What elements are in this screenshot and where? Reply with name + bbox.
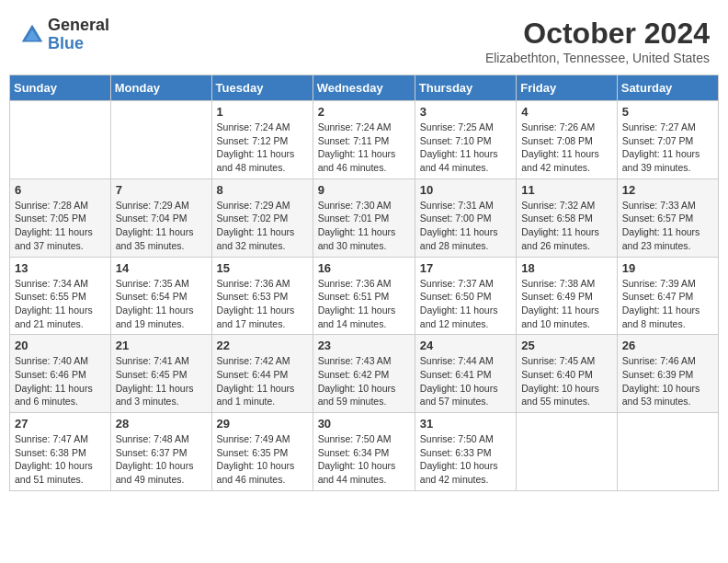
day-detail: Sunrise: 7:30 AM Sunset: 7:01 PM Dayligh… [318,199,410,253]
calendar-week-row: 1Sunrise: 7:24 AM Sunset: 7:12 PM Daylig… [10,101,719,179]
day-detail: Sunrise: 7:49 AM Sunset: 6:35 PM Dayligh… [217,432,308,487]
calendar-cell: 23Sunrise: 7:43 AM Sunset: 6:42 PM Dayli… [313,335,415,413]
logo: General Blue [18,17,109,53]
day-number: 19 [622,261,713,275]
day-detail: Sunrise: 7:25 AM Sunset: 7:10 PM Dayligh… [420,121,511,175]
day-number: 29 [217,417,308,431]
calendar-cell: 13Sunrise: 7:34 AM Sunset: 6:55 PM Dayli… [10,257,111,335]
day-detail: Sunrise: 7:26 AM Sunset: 7:08 PM Dayligh… [521,121,612,175]
calendar-cell: 17Sunrise: 7:37 AM Sunset: 6:50 PM Dayli… [415,257,516,335]
day-number: 1 [217,105,308,119]
day-number: 26 [622,339,713,352]
calendar-cell: 2Sunrise: 7:24 AM Sunset: 7:11 PM Daylig… [313,101,415,179]
calendar-week-row: 27Sunrise: 7:47 AM Sunset: 6:38 PM Dayli… [10,413,719,491]
day-number: 16 [318,261,410,275]
day-detail: Sunrise: 7:36 AM Sunset: 6:53 PM Dayligh… [217,277,308,331]
logo-icon [18,21,46,49]
day-number: 17 [420,261,511,275]
day-number: 13 [15,261,106,275]
day-number: 18 [521,261,612,275]
calendar-cell: 5Sunrise: 7:27 AM Sunset: 7:07 PM Daylig… [617,101,718,179]
day-detail: Sunrise: 7:36 AM Sunset: 6:51 PM Dayligh… [318,277,410,331]
day-detail: Sunrise: 7:50 AM Sunset: 6:33 PM Dayligh… [420,432,511,487]
day-detail: Sunrise: 7:37 AM Sunset: 6:50 PM Dayligh… [420,277,511,331]
day-detail: Sunrise: 7:27 AM Sunset: 7:07 PM Dayligh… [622,121,713,175]
calendar-cell: 24Sunrise: 7:44 AM Sunset: 6:41 PM Dayli… [415,335,516,413]
day-detail: Sunrise: 7:46 AM Sunset: 6:39 PM Dayligh… [622,354,713,408]
day-detail: Sunrise: 7:40 AM Sunset: 6:46 PM Dayligh… [15,354,106,408]
calendar-cell: 1Sunrise: 7:24 AM Sunset: 7:12 PM Daylig… [211,101,313,179]
day-of-week-header: Monday [110,75,211,101]
page-header: General Blue October 2024 Elizabethton, … [9,9,719,69]
calendar-header-row: SundayMondayTuesdayWednesdayThursdayFrid… [10,75,719,101]
title-block: October 2024 Elizabethton, Tennessee, Un… [485,17,710,65]
day-number: 8 [217,183,308,197]
month-title: October 2024 [485,17,710,51]
calendar-cell: 28Sunrise: 7:48 AM Sunset: 6:37 PM Dayli… [110,413,211,491]
day-of-week-header: Friday [517,75,618,101]
calendar-cell: 25Sunrise: 7:45 AM Sunset: 6:40 PM Dayli… [517,335,618,413]
calendar-cell: 30Sunrise: 7:50 AM Sunset: 6:34 PM Dayli… [313,413,415,491]
day-number: 12 [622,183,713,197]
day-detail: Sunrise: 7:48 AM Sunset: 6:37 PM Dayligh… [116,432,207,487]
day-number: 22 [217,339,308,352]
day-number: 3 [420,105,511,119]
calendar-cell: 11Sunrise: 7:32 AM Sunset: 6:58 PM Dayli… [517,178,618,257]
day-detail: Sunrise: 7:28 AM Sunset: 7:05 PM Dayligh… [15,199,106,253]
day-detail: Sunrise: 7:38 AM Sunset: 6:49 PM Dayligh… [521,277,612,331]
calendar-cell: 27Sunrise: 7:47 AM Sunset: 6:38 PM Dayli… [10,413,111,491]
day-detail: Sunrise: 7:43 AM Sunset: 6:42 PM Dayligh… [318,354,410,408]
calendar-cell: 9Sunrise: 7:30 AM Sunset: 7:01 PM Daylig… [313,178,415,257]
day-detail: Sunrise: 7:29 AM Sunset: 7:04 PM Dayligh… [116,199,207,253]
day-number: 27 [15,417,106,431]
day-of-week-header: Saturday [617,75,718,101]
day-detail: Sunrise: 7:47 AM Sunset: 6:38 PM Dayligh… [15,432,106,487]
day-of-week-header: Tuesday [211,75,313,101]
day-detail: Sunrise: 7:29 AM Sunset: 7:02 PM Dayligh… [217,199,308,253]
calendar-cell: 31Sunrise: 7:50 AM Sunset: 6:33 PM Dayli… [415,413,516,491]
calendar-cell: 6Sunrise: 7:28 AM Sunset: 7:05 PM Daylig… [10,178,111,257]
day-number: 24 [420,339,511,352]
calendar-cell: 14Sunrise: 7:35 AM Sunset: 6:54 PM Dayli… [110,257,211,335]
logo-blue-text: Blue [48,35,109,53]
day-number: 15 [217,261,308,275]
day-of-week-header: Thursday [415,75,516,101]
day-number: 7 [116,183,207,197]
day-detail: Sunrise: 7:44 AM Sunset: 6:41 PM Dayligh… [420,354,511,408]
day-number: 5 [622,105,713,119]
day-detail: Sunrise: 7:39 AM Sunset: 6:47 PM Dayligh… [622,277,713,331]
calendar-cell: 10Sunrise: 7:31 AM Sunset: 7:00 PM Dayli… [415,178,516,257]
calendar-cell: 15Sunrise: 7:36 AM Sunset: 6:53 PM Dayli… [211,257,313,335]
calendar-cell: 20Sunrise: 7:40 AM Sunset: 6:46 PM Dayli… [10,335,111,413]
calendar-cell [10,101,111,179]
day-number: 10 [420,183,511,197]
calendar-cell: 18Sunrise: 7:38 AM Sunset: 6:49 PM Dayli… [517,257,618,335]
day-number: 28 [116,417,207,431]
day-number: 4 [521,105,612,119]
logo-general-text: General [48,17,109,35]
day-detail: Sunrise: 7:45 AM Sunset: 6:40 PM Dayligh… [521,354,612,408]
calendar-cell: 16Sunrise: 7:36 AM Sunset: 6:51 PM Dayli… [313,257,415,335]
day-number: 25 [521,339,612,352]
day-number: 2 [318,105,410,119]
day-of-week-header: Sunday [10,75,111,101]
calendar-cell: 3Sunrise: 7:25 AM Sunset: 7:10 PM Daylig… [415,101,516,179]
day-number: 11 [521,183,612,197]
day-detail: Sunrise: 7:35 AM Sunset: 6:54 PM Dayligh… [116,277,207,331]
calendar-cell [110,101,211,179]
calendar-cell: 22Sunrise: 7:42 AM Sunset: 6:44 PM Dayli… [211,335,313,413]
day-detail: Sunrise: 7:32 AM Sunset: 6:58 PM Dayligh… [521,199,612,253]
day-detail: Sunrise: 7:50 AM Sunset: 6:34 PM Dayligh… [318,432,410,487]
calendar-week-row: 6Sunrise: 7:28 AM Sunset: 7:05 PM Daylig… [10,178,719,257]
day-number: 30 [318,417,410,431]
calendar-cell: 4Sunrise: 7:26 AM Sunset: 7:08 PM Daylig… [517,101,618,179]
calendar-cell: 19Sunrise: 7:39 AM Sunset: 6:47 PM Dayli… [617,257,718,335]
day-detail: Sunrise: 7:31 AM Sunset: 7:00 PM Dayligh… [420,199,511,253]
calendar-cell: 12Sunrise: 7:33 AM Sunset: 6:57 PM Dayli… [617,178,718,257]
day-detail: Sunrise: 7:34 AM Sunset: 6:55 PM Dayligh… [15,277,106,331]
day-number: 14 [116,261,207,275]
day-detail: Sunrise: 7:33 AM Sunset: 6:57 PM Dayligh… [622,199,713,253]
calendar-cell: 8Sunrise: 7:29 AM Sunset: 7:02 PM Daylig… [211,178,313,257]
day-number: 23 [318,339,410,352]
calendar-cell [517,413,618,491]
